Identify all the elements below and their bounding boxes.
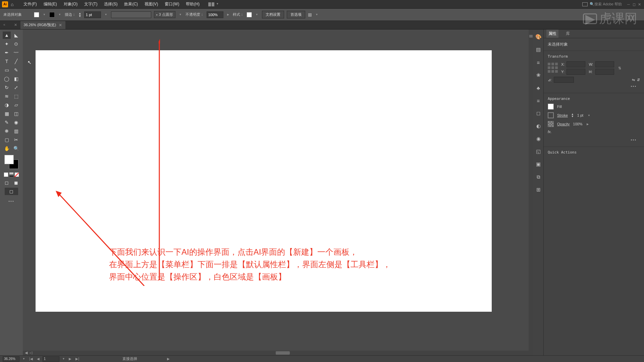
none-mode-swatch[interactable] [14,172,19,177]
chevron-down-icon[interactable]: ▼ [587,114,591,117]
tab-chevron-icon[interactable]: « [3,23,5,27]
lasso-tool[interactable]: ⊙ [12,40,20,48]
gradient-mode-swatch[interactable] [9,172,14,177]
magic-wand-tool[interactable]: ✦ [3,40,11,48]
color-panel-icon[interactable]: 🎨 [535,34,542,40]
zoom-tool[interactable]: 🔍 [12,145,20,152]
canvas-area[interactable]: 下面我们来认识一下AI的操作界面，点击AI界面的【新建】一个画板， 在界面上方是… [23,29,533,355]
h-input[interactable] [595,69,614,75]
preferences-button[interactable]: 首选项 [287,11,305,18]
symbol-sprayer-tool[interactable]: ❋ [3,127,11,135]
play-icon[interactable]: ▶ [166,357,171,361]
direct-selection-tool[interactable]: ◣ [12,32,20,39]
rotate-tool[interactable]: ↻ [3,84,11,91]
scroll-left-icon[interactable]: ◀ [25,351,28,355]
document-tab[interactable]: 36.26% (RGB/预览) ✕ [20,21,66,29]
x-input[interactable] [567,61,585,67]
chevron-down-icon[interactable]: ▼ [21,357,26,360]
slice-tool[interactable]: ✂ [12,136,20,143]
search-box[interactable]: 🔍 搜索 Adobe 帮助 [590,2,622,7]
chevron-down-icon[interactable]: ▼ [61,357,66,360]
chevron-right-icon[interactable]: ▶ [226,13,230,16]
w-input[interactable] [595,61,614,67]
align-panel-icon[interactable]: ≡ [535,97,542,104]
appearance-panel-icon[interactable]: ◐ [535,123,542,129]
reference-point[interactable] [548,63,558,73]
maximize-icon[interactable]: ◻ [633,2,637,6]
brush-definition[interactable] [111,11,151,18]
fill-swatch[interactable] [34,12,39,17]
stroke-weight-input[interactable] [84,11,101,18]
type-tool[interactable]: T [3,58,11,65]
menu-edit[interactable]: 编辑(E) [40,1,60,7]
shape-builder-tool[interactable]: ◑ [3,101,11,109]
width-tool[interactable]: ≋ [3,93,11,100]
screen-mode-tool-2[interactable]: ◼ [12,179,20,186]
shaper-tool[interactable]: ◯ [3,75,11,82]
curvature-tool[interactable]: 〰 [12,49,20,56]
stroke-value[interactable]: 1 pt [577,113,583,117]
menu-view[interactable]: 视图(V) [141,1,161,7]
chevron-down-icon[interactable]: ▼ [42,13,47,16]
stroke-panel-icon[interactable]: ♣ [535,84,542,91]
align-icon[interactable]: ⊞ [308,12,312,17]
more-options-icon[interactable]: ••• [548,83,640,89]
prev-page-icon[interactable]: ◀ [36,357,41,361]
angle-input[interactable] [554,77,574,83]
layout-icon[interactable] [582,2,588,6]
transform-panel-icon[interactable]: ◻ [535,110,542,117]
menu-effect[interactable]: 效果(C) [121,1,141,7]
color-mode-swatch[interactable] [4,172,8,177]
layers-panel-icon[interactable]: ◱ [535,148,542,155]
scrollbar-thumb[interactable] [276,351,290,355]
eyedropper-tool[interactable]: ✎ [3,119,11,126]
flip-vertical-icon[interactable]: ⇵ [637,78,640,82]
tab-close-icon[interactable]: ✕ [14,23,17,27]
libraries-tab[interactable]: 库 [564,29,572,38]
swatches-panel-icon[interactable]: ▤ [535,46,542,53]
artboard-nav-input[interactable] [43,356,59,362]
chevron-down-icon[interactable]: ▼ [57,13,62,16]
home-icon[interactable]: ⌂ [11,2,13,7]
perspective-tool[interactable]: ▱ [12,101,20,109]
paintbrush-tool[interactable]: ✎ [12,66,20,74]
fx-label[interactable]: fx. [548,130,552,134]
next-page-icon[interactable]: ▶ [68,357,72,361]
fill-color-swatch[interactable] [548,104,554,110]
menu-help[interactable]: 帮助(H) [182,1,203,7]
chevron-right-icon[interactable]: ▶ [586,123,590,126]
menu-object[interactable]: 对象(O) [60,1,81,7]
flip-horizontal-icon[interactable]: ⇋ [632,78,635,82]
pen-tool[interactable]: ✒ [3,49,11,56]
stepper-icon[interactable]: ▲▼ [78,12,82,17]
opacity-input[interactable] [207,11,223,18]
eraser-tool[interactable]: ◧ [12,75,20,82]
drawing-mode-icon[interactable]: ◻ [5,188,18,195]
brushes-panel-icon[interactable]: ≡ [535,59,542,66]
tab-close-icon[interactable]: ✕ [59,23,62,27]
chevron-down-icon[interactable]: ▼ [178,13,183,16]
libraries-panel-icon[interactable]: ⊞ [535,186,542,193]
minimize-icon[interactable]: ─ [627,2,631,6]
stroke-color-swatch[interactable] [548,112,554,118]
mesh-tool[interactable]: ▦ [3,110,11,117]
last-page-icon[interactable]: ▶| [74,357,80,361]
menu-window[interactable]: 窗口(W) [161,1,182,7]
menu-type[interactable]: 文字(T) [81,1,101,7]
y-input[interactable] [567,69,585,75]
screen-mode-tool[interactable]: ◻ [3,179,11,186]
arrange-icon[interactable]: ▼ [208,2,220,6]
scroll-left-icon-2[interactable]: ◁ [30,351,32,355]
doc-setup-button[interactable]: 文档设置 [262,11,284,18]
blend-tool[interactable]: ◉ [12,119,20,126]
link-icon[interactable]: ⇅ [618,66,621,70]
stepper-icon[interactable]: ▲▼ [571,113,574,118]
free-transform-tool[interactable]: ⬚ [12,93,20,100]
symbols-panel-icon[interactable]: ❀ [535,72,542,78]
properties-tab[interactable]: 属性 [546,29,558,38]
chevron-down-icon[interactable]: ▼ [255,13,259,16]
chevron-down-icon[interactable]: ▼ [104,13,108,16]
artboard-tool[interactable]: ▢ [3,136,11,143]
first-page-icon[interactable]: |◀ [28,357,34,361]
hand-tool[interactable]: ✋ [3,145,11,152]
